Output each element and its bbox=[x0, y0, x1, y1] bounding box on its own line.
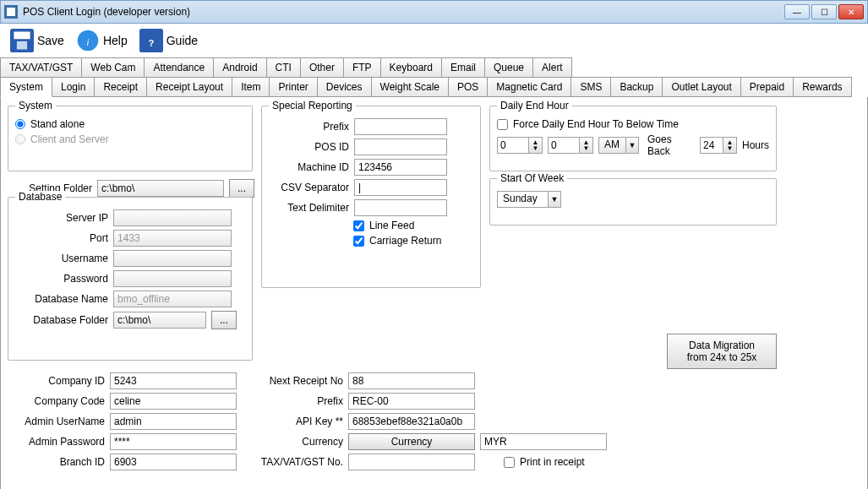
system-group: System Stand alone Client and Server bbox=[8, 106, 253, 171]
start-of-week-group: Start Of Week Sunday▼ bbox=[489, 178, 777, 225]
sp-machineid-input[interactable] bbox=[354, 159, 447, 176]
minimize-button[interactable]: — bbox=[784, 4, 810, 19]
tab-backup[interactable]: Backup bbox=[610, 77, 663, 97]
tab-row-2: SystemLoginReceiptReceipt LayoutItemPrin… bbox=[0, 77, 868, 97]
sp-posid-input[interactable] bbox=[354, 139, 447, 155]
tab-sms[interactable]: SMS bbox=[570, 77, 611, 97]
special-reporting-group: Special Reporting Prefix POS ID Machine … bbox=[261, 106, 481, 288]
currency-button[interactable]: Currency bbox=[348, 433, 475, 450]
tab-weight-scale[interactable]: Weight Scale bbox=[371, 77, 449, 97]
tab-prepaid[interactable]: Prepaid bbox=[740, 77, 794, 97]
tab-other[interactable]: Other bbox=[300, 57, 344, 78]
receipt-prefix-input[interactable] bbox=[348, 393, 475, 410]
svg-rect-1 bbox=[7, 8, 15, 16]
tab-queue[interactable]: Queue bbox=[484, 57, 533, 78]
tab-login[interactable]: Login bbox=[52, 77, 95, 97]
tab-email[interactable]: Email bbox=[441, 57, 485, 78]
tax-no-input[interactable] bbox=[348, 454, 475, 470]
db-folder-input[interactable] bbox=[113, 312, 206, 329]
linefeed-checkbox[interactable] bbox=[353, 220, 364, 231]
next-receipt-input[interactable] bbox=[348, 372, 475, 389]
branch-id-input[interactable] bbox=[110, 454, 237, 470]
setting-folder-browse[interactable]: ... bbox=[229, 179, 254, 198]
tab-magnetic-card[interactable]: Magnetic Card bbox=[487, 77, 571, 97]
tab-system[interactable]: System bbox=[0, 77, 52, 97]
setting-folder-input[interactable] bbox=[97, 180, 224, 197]
company-code-input[interactable] bbox=[110, 393, 237, 410]
sp-csvsep-input[interactable] bbox=[354, 179, 447, 196]
tab-receipt[interactable]: Receipt bbox=[94, 77, 147, 97]
tab-web-cam[interactable]: Web Cam bbox=[81, 57, 145, 78]
print-in-receipt-checkbox[interactable] bbox=[504, 457, 515, 468]
admin-password-input[interactable] bbox=[110, 433, 237, 450]
start-of-week-combo[interactable]: Sunday▼ bbox=[497, 191, 561, 208]
save-icon bbox=[10, 29, 34, 52]
hour-spinner[interactable]: ▲▼ bbox=[497, 137, 543, 154]
tab-attendance[interactable]: Attendance bbox=[144, 57, 214, 78]
tab-keyboard[interactable]: Keyboard bbox=[380, 57, 442, 78]
minute-spinner[interactable]: ▲▼ bbox=[548, 137, 593, 154]
close-button[interactable]: ✕ bbox=[838, 4, 864, 19]
tab-ftp[interactable]: FTP bbox=[343, 57, 381, 78]
title-bar: POS Client Login (developer version) — ☐… bbox=[0, 0, 868, 24]
tab-row-1: TAX/VAT/GSTWeb CamAttendanceAndroidCTIOt… bbox=[0, 57, 868, 78]
api-key-input[interactable] bbox=[348, 413, 475, 430]
guide-button[interactable]: ? Guide bbox=[134, 29, 203, 52]
tab-cti[interactable]: CTI bbox=[266, 57, 301, 78]
svg-text:?: ? bbox=[149, 38, 154, 48]
db-name-input[interactable] bbox=[113, 291, 232, 307]
stand-alone-radio[interactable] bbox=[15, 119, 25, 129]
ampm-combo[interactable]: AM▼ bbox=[598, 137, 639, 154]
company-id-input[interactable] bbox=[110, 372, 237, 389]
tab-devices[interactable]: Devices bbox=[317, 77, 372, 97]
tab-android[interactable]: Android bbox=[213, 57, 266, 78]
guide-icon: ? bbox=[139, 29, 163, 52]
cr-checkbox[interactable] bbox=[353, 236, 364, 247]
tab-tax-vat-gst[interactable]: TAX/VAT/GST bbox=[0, 57, 82, 78]
force-daily-end-checkbox[interactable] bbox=[497, 119, 508, 130]
db-password-input[interactable] bbox=[113, 270, 232, 287]
goesback-spinner[interactable]: ▲▼ bbox=[700, 137, 737, 154]
tab-rewards[interactable]: Rewards bbox=[793, 77, 851, 97]
system-panel: System Stand alone Client and Server Set… bbox=[0, 97, 868, 489]
save-button[interactable]: Save bbox=[5, 29, 69, 52]
daily-end-hour-group: Daily End Hour Force Daily End Hour To B… bbox=[489, 106, 777, 171]
db-username-input[interactable] bbox=[113, 250, 232, 267]
svg-rect-3 bbox=[14, 32, 30, 40]
help-icon: i bbox=[76, 29, 100, 52]
tab-pos[interactable]: POS bbox=[448, 77, 488, 97]
maximize-button[interactable]: ☐ bbox=[811, 4, 837, 19]
tab-alert[interactable]: Alert bbox=[532, 57, 572, 78]
tab-printer[interactable]: Printer bbox=[269, 77, 317, 97]
help-button[interactable]: i Help bbox=[71, 29, 133, 52]
tab-receipt-layout[interactable]: Receipt Layout bbox=[146, 77, 232, 97]
tab-item[interactable]: Item bbox=[232, 77, 270, 97]
currency-input[interactable] bbox=[480, 433, 607, 450]
admin-username-input[interactable] bbox=[110, 413, 237, 430]
sp-textdelim-input[interactable] bbox=[354, 199, 447, 216]
port-input[interactable] bbox=[113, 230, 232, 247]
database-group: Database Server IP Port Username Passwor… bbox=[8, 197, 253, 361]
sp-prefix-input[interactable] bbox=[354, 118, 447, 135]
tab-outlet-layout[interactable]: Outlet Layout bbox=[662, 77, 740, 97]
window-title: POS Client Login (developer version) bbox=[23, 6, 190, 18]
toolbar: Save i Help ? Guide bbox=[0, 24, 868, 57]
svg-rect-4 bbox=[17, 41, 27, 50]
client-server-radio bbox=[15, 134, 25, 144]
db-folder-browse[interactable]: ... bbox=[211, 311, 237, 329]
server-ip-input[interactable] bbox=[113, 209, 232, 226]
app-icon bbox=[4, 5, 18, 19]
data-migration-button[interactable]: Data Migration from 24x to 25x bbox=[667, 334, 777, 369]
